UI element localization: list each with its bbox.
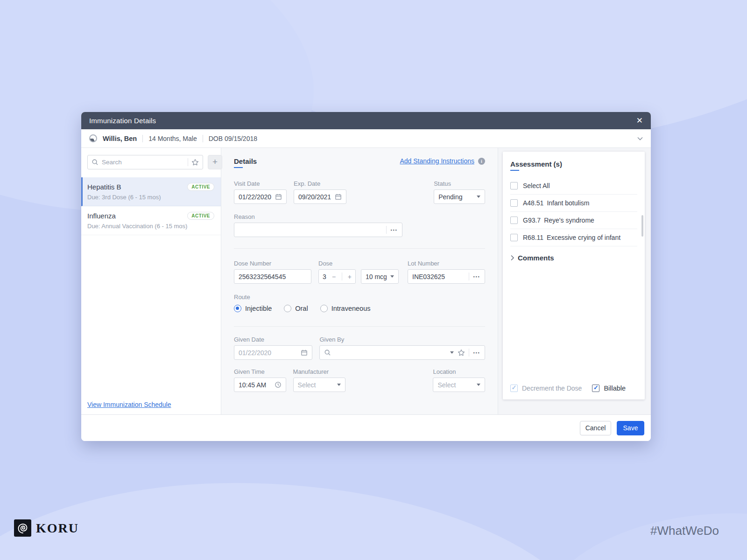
cancel-button[interactable]: Cancel xyxy=(580,421,611,435)
search-row: + xyxy=(81,148,221,169)
chevron-down-icon[interactable] xyxy=(450,351,454,354)
plus-icon[interactable]: + xyxy=(348,273,352,280)
given-date-input[interactable]: 01/22/2020 xyxy=(234,345,312,360)
patient-age-sex: 14 Months, Male xyxy=(148,135,197,142)
immunization-details-modal: Immunization Details ✕ Willis, Ben 14 Mo… xyxy=(81,112,651,441)
vaccine-list: Hepatitis B ACTIVE Due: 3rd Dose (6 - 15… xyxy=(81,177,221,235)
hashtag-text: #WhatWeDo xyxy=(650,524,719,538)
dose-unit-value: 10 mcg xyxy=(366,273,387,280)
calendar-icon[interactable] xyxy=(301,349,308,356)
dose-unit-select[interactable]: 10 mcg xyxy=(361,269,399,284)
decrement-dose-checkbox[interactable]: Decrement the Dose xyxy=(510,385,582,392)
details-panel: Details Add Standing Instructions i Visi… xyxy=(221,148,498,414)
assessment-list: Select All A48.51 Infant botulism G93.7 … xyxy=(510,177,637,246)
ellipsis-icon[interactable]: ⋯ xyxy=(473,349,481,356)
checkbox-icon[interactable] xyxy=(510,234,518,241)
dose-number-input[interactable]: 2563232564545 xyxy=(234,269,311,284)
modal-title: Immunization Details xyxy=(89,117,156,125)
route-label: Route xyxy=(234,294,250,301)
radio-icon[interactable] xyxy=(320,305,328,312)
vaccine-due-text: Due: 3rd Dose (6 - 15 mos) xyxy=(87,194,214,201)
status-select[interactable]: Pending xyxy=(434,189,485,204)
assessments-card: Assessment (s) Select All A48.51 Infant … xyxy=(503,152,645,399)
minus-icon[interactable]: − xyxy=(332,273,336,280)
divider xyxy=(234,248,485,249)
assessment-code: R68.11 xyxy=(523,234,543,241)
divider xyxy=(386,226,387,234)
divider xyxy=(469,349,469,357)
patient-name: Willis, Ben xyxy=(103,135,137,142)
add-standing-instructions-link[interactable]: Add Standing Instructions xyxy=(400,157,474,165)
dose-number-label: Dose Number xyxy=(234,260,311,267)
star-icon[interactable] xyxy=(191,159,199,166)
assessment-code: G93.7 xyxy=(523,217,541,224)
manufacturer-label: Manufacturer xyxy=(293,368,346,375)
reason-input[interactable]: ⋯ xyxy=(234,223,402,237)
modal-header: Immunization Details ✕ xyxy=(81,112,651,129)
manufacturer-select[interactable]: Select xyxy=(293,378,346,392)
scrollbar-thumb[interactable] xyxy=(641,215,643,237)
location-value: Select xyxy=(437,381,473,389)
radio-icon[interactable] xyxy=(234,305,241,312)
exp-date-value: 09/20/2021 xyxy=(298,193,331,201)
radio-icon[interactable] xyxy=(284,305,291,312)
assessment-option-select-all[interactable]: Select All xyxy=(510,177,637,195)
vaccine-due-text: Due: Annual Vaccination (6 - 15 mos) xyxy=(87,223,214,230)
billable-label: Billable xyxy=(604,385,626,392)
ellipsis-icon[interactable]: ⋯ xyxy=(473,273,481,280)
exp-date-input[interactable]: 09/20/2021 xyxy=(294,189,346,204)
checkbox-icon[interactable] xyxy=(510,182,518,189)
visit-date-value: 01/22/2020 xyxy=(239,193,271,201)
checkbox-icon[interactable] xyxy=(510,217,518,224)
divider xyxy=(469,273,469,280)
given-time-input[interactable]: 10:45 AM xyxy=(234,378,286,392)
given-date-value: 01/22/2020 xyxy=(239,349,297,357)
chevron-down-icon[interactable] xyxy=(637,137,643,140)
calendar-icon[interactable] xyxy=(275,193,282,200)
divider xyxy=(234,326,485,327)
brand-name: KORU xyxy=(36,521,79,536)
assessment-label: Excessive crying of infant xyxy=(547,234,620,241)
clock-icon[interactable] xyxy=(275,381,282,388)
divider xyxy=(188,158,188,166)
route-option-intraveneous[interactable]: Intraveneous xyxy=(320,305,371,312)
search-box[interactable] xyxy=(87,155,203,169)
view-immunization-schedule-link[interactable]: View Immunization Schedule xyxy=(87,401,171,408)
dose-stepper[interactable]: 3 − + xyxy=(318,269,356,284)
divider xyxy=(342,273,342,280)
location-select[interactable]: Select xyxy=(433,378,485,392)
assessment-option-r68-11[interactable]: R68.11 Excessive crying of infant xyxy=(510,229,637,246)
star-icon[interactable] xyxy=(458,349,465,357)
route-option-injectible[interactable]: Injectible xyxy=(234,305,272,312)
location-label: Location xyxy=(433,368,485,375)
checkbox-icon[interactable] xyxy=(592,385,599,392)
vaccine-list-item-influenza[interactable]: Influenza ACTIVE Due: Annual Vaccination… xyxy=(81,206,221,235)
info-icon[interactable]: i xyxy=(478,158,485,165)
search-input[interactable] xyxy=(102,159,184,166)
vaccine-list-item-hepatitis-b[interactable]: Hepatitis B ACTIVE Due: 3rd Dose (6 - 15… xyxy=(81,177,221,206)
brand-logo: KORU xyxy=(14,519,79,537)
checkbox-icon[interactable] xyxy=(510,199,518,207)
close-icon[interactable]: ✕ xyxy=(636,117,643,125)
ellipsis-icon[interactable]: ⋯ xyxy=(390,226,398,233)
calendar-icon[interactable] xyxy=(335,193,342,200)
patient-dob: DOB 09/15/2018 xyxy=(209,135,257,142)
status-badge: ACTIVE xyxy=(187,183,214,191)
vaccine-sidebar: + Hepatitis B ACTIVE Due: 3rd Dose (6 - … xyxy=(81,148,221,414)
assessment-option-a48-51[interactable]: A48.51 Infant botulism xyxy=(510,195,637,212)
billable-checkbox[interactable]: Billable xyxy=(592,385,626,392)
dose-count: 3 xyxy=(323,273,326,280)
add-vaccine-button[interactable]: + xyxy=(208,155,222,169)
details-tab[interactable]: Details xyxy=(234,157,257,168)
given-by-search-input[interactable]: ⋯ xyxy=(319,345,485,360)
form-row-time: Given Time 10:45 AM Manufacturer Select xyxy=(234,368,485,392)
assessment-option-g93-7[interactable]: G93.7 Reye's syndrome xyxy=(510,212,637,229)
visit-date-input[interactable]: 01/22/2020 xyxy=(234,189,287,204)
form-row-dates: Visit Date 01/22/2020 Exp. Date 09/20/20… xyxy=(234,180,485,204)
save-button[interactable]: Save xyxy=(617,421,644,435)
route-option-label: Injectible xyxy=(245,305,272,312)
lot-number-input[interactable]: INE032625 ⋯ xyxy=(408,269,485,284)
route-option-oral[interactable]: Oral xyxy=(284,305,308,312)
form-row-dose: Dose Number 2563232564545 Dose 3 − + xyxy=(234,260,485,284)
comments-expander[interactable]: Comments xyxy=(510,254,637,262)
